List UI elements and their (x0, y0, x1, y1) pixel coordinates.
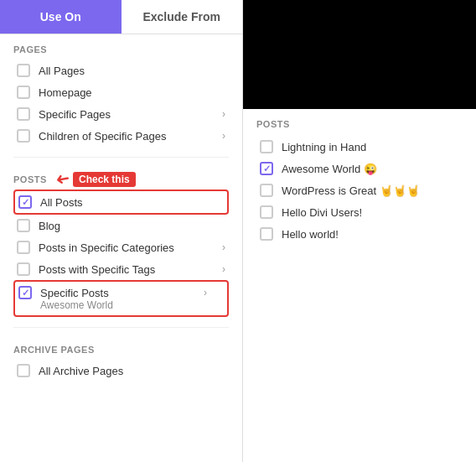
left-panel: Use On Exclude From Pages All Pages Home… (0, 0, 243, 462)
row-all-pages[interactable]: All Pages (13, 60, 229, 81)
tab-exclude-from[interactable]: Exclude From (122, 0, 243, 34)
right-posts-label: Posts (256, 119, 463, 129)
post-label-wordpress: WordPress is Great 🤘🤘🤘 (282, 184, 420, 197)
chevron-specific-posts: › (204, 287, 207, 298)
post-row-wordpress-is-great[interactable]: WordPress is Great 🤘🤘🤘 (256, 179, 463, 201)
divider-posts-archive (13, 327, 229, 328)
checkbox-blog (17, 219, 30, 232)
check-this-annotation: ➜ Check this (55, 169, 136, 189)
divider-pages-posts (13, 157, 229, 158)
post-row-awesome-world[interactable]: Awesome World 😜 (256, 158, 463, 179)
post-checkbox-lightning (260, 140, 273, 153)
archive-section: Archive Pages All Archive Pages (0, 335, 242, 385)
row-children-of-specific-pages[interactable]: Children of Specific Pages › (13, 125, 229, 147)
post-checkbox-awesome-world (260, 162, 273, 175)
label-blog: Blog (39, 220, 225, 232)
specific-posts-sub: Awesome World (18, 299, 113, 311)
check-this-label: Check this (73, 172, 136, 187)
chevron-posts-specific-tags: › (222, 263, 225, 275)
checkbox-all-archive-pages (17, 364, 30, 377)
checkbox-all-pages (17, 64, 30, 77)
check-arrow-icon: ➜ (54, 169, 71, 191)
post-label-lightning: Lightning in Hand (282, 141, 366, 153)
posts-section: Posts ➜ Check this All Posts Blog Posts … (0, 164, 242, 320)
tab-use-on[interactable]: Use On (0, 0, 122, 34)
checkbox-children-specific-pages (17, 129, 30, 143)
specific-posts-sub-label: Awesome World (40, 299, 113, 311)
specific-posts-wrapper: Specific Posts › Awesome World ➜ Or this… (13, 280, 229, 317)
specific-posts-row-inner: Specific Posts › (18, 286, 207, 299)
checkbox-homepage (17, 86, 30, 99)
post-label-hello-world: Hello world! (282, 228, 339, 241)
checkbox-posts-specific-categories (17, 241, 30, 254)
row-posts-with-specific-tags[interactable]: Posts with Specific Tags › (13, 258, 229, 280)
checkbox-all-posts (18, 195, 32, 209)
pages-section: Pages All Pages Homepage Specific Pages … (0, 34, 242, 150)
row-all-posts[interactable]: All Posts (13, 189, 229, 215)
all-posts-wrapper: ➜ Check this All Posts (13, 189, 229, 215)
right-panel: Posts Lightning in Hand Awesome World 😜 … (243, 0, 476, 462)
post-checkbox-hello-divi (260, 205, 273, 219)
label-all-posts: All Posts (40, 196, 224, 209)
chevron-posts-specific-categories: › (222, 241, 225, 253)
row-all-archive-pages[interactable]: All Archive Pages (13, 360, 229, 382)
tab-bar: Use On Exclude From (0, 0, 242, 34)
chevron-specific-pages: › (222, 108, 225, 120)
post-label-awesome-world: Awesome World 😜 (282, 163, 377, 175)
label-all-archive-pages: All Archive Pages (39, 365, 225, 377)
label-all-pages: All Pages (39, 65, 225, 77)
row-homepage[interactable]: Homepage (13, 81, 229, 103)
row-posts-in-specific-categories[interactable]: Posts in Specific Categories › (13, 236, 229, 258)
chevron-children-specific-pages: › (222, 130, 225, 142)
row-specific-posts[interactable]: Specific Posts › Awesome World (13, 280, 229, 317)
checkbox-specific-posts (18, 286, 32, 299)
right-posts-panel: Posts Lightning in Hand Awesome World 😜 … (243, 109, 476, 462)
post-row-lightning-in-hand[interactable]: Lightning in Hand (256, 136, 463, 158)
post-checkbox-wordpress (260, 184, 273, 197)
label-homepage: Homepage (39, 86, 225, 99)
archive-label: Archive Pages (13, 345, 229, 355)
label-specific-pages: Specific Pages (39, 108, 222, 121)
label-children-specific-pages: Children of Specific Pages (39, 130, 222, 143)
post-row-hello-divi-users[interactable]: Hello Divi Users! (256, 201, 463, 223)
row-specific-pages[interactable]: Specific Pages › (13, 103, 229, 125)
pages-label: Pages (13, 44, 229, 55)
checkbox-specific-pages (17, 107, 30, 121)
post-checkbox-hello-world (260, 227, 273, 241)
row-blog[interactable]: Blog (13, 215, 229, 236)
black-preview-box (243, 0, 476, 109)
post-label-hello-divi: Hello Divi Users! (282, 206, 362, 219)
post-row-hello-world[interactable]: Hello world! (256, 223, 463, 245)
checkbox-posts-specific-tags (17, 262, 30, 276)
label-posts-specific-categories: Posts in Specific Categories (39, 241, 222, 254)
label-specific-posts: Specific Posts (40, 287, 204, 299)
label-posts-specific-tags: Posts with Specific Tags (39, 263, 222, 276)
